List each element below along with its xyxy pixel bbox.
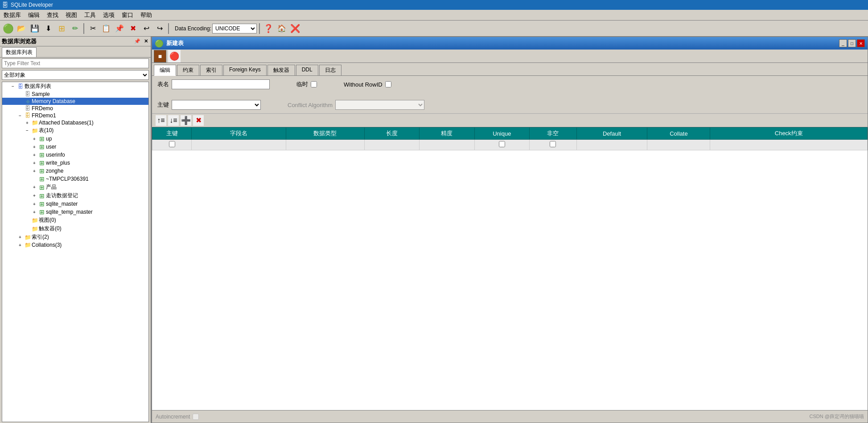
menu-options[interactable]: 选项 — [101, 11, 116, 20]
delete-row-button[interactable]: ✖ — [193, 115, 204, 126]
tree-item-tables[interactable]: − 📁 表(10) — [2, 126, 148, 135]
scope-select[interactable]: 全部对象 — [2, 70, 149, 80]
undo-button[interactable]: ↩ — [140, 22, 152, 35]
open-db-button[interactable]: 📂 — [15, 22, 28, 35]
cell-default[interactable] — [576, 140, 647, 150]
cell-check[interactable] — [710, 140, 868, 150]
menu-help[interactable]: 帮助 — [139, 11, 154, 20]
notnull-checkbox[interactable] — [550, 141, 556, 147]
pk-checkbox[interactable] — [169, 141, 175, 147]
menu-view[interactable]: 视图 — [64, 11, 79, 20]
table-name-input[interactable] — [172, 79, 270, 89]
menu-find[interactable]: 查找 — [45, 11, 60, 20]
tree-item-userinfo[interactable]: + ⊞ userinfo — [2, 151, 148, 159]
fieldname-input[interactable] — [193, 141, 284, 148]
tree-item-frdemo1[interactable]: − 🗄 FRDemo1 — [2, 112, 148, 119]
copy-doc-button[interactable]: 📋 — [100, 22, 112, 35]
unique-checkbox[interactable] — [499, 141, 505, 147]
tree-item-collations[interactable]: + 📁 Collations(3) — [2, 241, 148, 249]
expand-write-plus[interactable]: + — [31, 161, 38, 166]
maximize-button[interactable]: □ — [848, 39, 856, 47]
minimize-button[interactable]: _ — [839, 39, 847, 47]
sync-button[interactable]: ⬇ — [42, 22, 54, 35]
expand-visit[interactable]: + — [31, 193, 38, 198]
tab-triggers[interactable]: 触发器 — [267, 65, 295, 75]
pin-button[interactable]: 📌 — [133, 38, 141, 44]
paste-button[interactable]: 📌 — [113, 22, 126, 35]
tree-item-product[interactable]: + ⊞ 产品 — [2, 183, 148, 191]
delete-button[interactable]: ✖ — [127, 22, 139, 35]
home-button[interactable]: 🏠 — [276, 22, 288, 35]
expand-attached[interactable]: + — [24, 120, 31, 125]
cell-precision[interactable] — [420, 140, 474, 150]
panel-close-button[interactable]: ✕ — [143, 38, 149, 44]
sort-desc-button[interactable]: ↓≡ — [168, 115, 179, 126]
tab-indexes[interactable]: 索引 — [200, 65, 222, 75]
expand-sqlite-master[interactable]: + — [31, 202, 38, 207]
tree-item-sample[interactable]: 🗄 Sample — [2, 91, 148, 98]
table-row[interactable] — [152, 140, 868, 150]
cell-fieldname[interactable] — [192, 140, 286, 150]
expand-frdemo1[interactable]: − — [16, 113, 24, 118]
help-button[interactable]: ❓ — [262, 22, 275, 35]
stop-button[interactable]: 🔴 — [168, 50, 181, 62]
tree-item-views[interactable]: 📁 视图(0) — [2, 216, 148, 224]
menu-edit[interactable]: 编辑 — [26, 11, 41, 20]
close-window-button[interactable]: ✕ — [857, 39, 865, 47]
new-db-button[interactable]: 🟢 — [2, 22, 14, 35]
expand-userinfo[interactable]: + — [31, 153, 38, 158]
expand-db-list[interactable]: − — [9, 84, 16, 89]
conflict-algorithm-select[interactable] — [335, 100, 424, 110]
menu-window[interactable]: 窗口 — [120, 11, 135, 20]
expand-user[interactable]: + — [31, 145, 38, 149]
expand-sqlite-temp[interactable]: + — [31, 210, 38, 215]
tree-item-up[interactable]: + ⊞ up — [2, 135, 148, 143]
sort-asc-button[interactable]: ↑≡ — [156, 115, 166, 126]
cell-unique[interactable] — [474, 140, 529, 150]
menu-db[interactable]: 数据库 — [2, 11, 23, 20]
tree-item-memory-db[interactable]: ◆ Memory Database — [2, 98, 148, 105]
expand-indexes[interactable]: + — [16, 235, 24, 240]
cell-length[interactable] — [364, 140, 419, 150]
tree-item-indexes[interactable]: + 📁 索引(2) — [2, 233, 148, 241]
cell-notnull[interactable] — [530, 140, 577, 150]
grid-button[interactable]: ⊞ — [55, 22, 68, 35]
tree-item-sqlite-temp[interactable]: + ⊞ sqlite_temp_master — [2, 208, 148, 216]
expand-product[interactable]: + — [31, 185, 38, 190]
tree-item-user[interactable]: + ⊞ user — [2, 143, 148, 151]
expand-collations[interactable]: + — [16, 243, 24, 248]
encoding-select[interactable]: UNICODE UTF-8 ANSI — [212, 24, 257, 33]
tree-item-triggers[interactable]: 📁 触发器(0) — [2, 224, 148, 233]
redo-button[interactable]: ↪ — [153, 22, 166, 35]
menu-tools[interactable]: 工具 — [82, 11, 98, 20]
tab-foreign-keys[interactable]: Foreign Keys — [223, 65, 267, 75]
expand-zonghe[interactable]: + — [31, 169, 38, 174]
tree-item-attached-dbs[interactable]: + 📁 Attached Databases(1) — [2, 119, 148, 126]
cell-pk[interactable] — [152, 140, 192, 150]
tab-log[interactable]: 日志 — [319, 65, 341, 75]
edit-button[interactable]: ✏ — [69, 22, 81, 35]
save-table-button[interactable]: ■ — [154, 50, 166, 62]
autoincrement-checkbox[interactable] — [193, 414, 199, 420]
save-db-button[interactable]: 💾 — [29, 22, 41, 35]
tree-item-zonghe[interactable]: + ⊞ zonghe — [2, 167, 148, 175]
filter-input[interactable] — [2, 58, 149, 68]
cell-collate[interactable] — [647, 140, 710, 150]
tree-item-visit[interactable]: + ⊞ 走访数据登记 — [2, 191, 148, 200]
cut-button[interactable]: ✂ — [86, 22, 99, 35]
tab-edit[interactable]: 编辑 — [154, 65, 176, 76]
without-rowid-checkbox[interactable] — [385, 81, 391, 87]
tree-item-sqlite-master[interactable]: + ⊞ sqlite_master — [2, 200, 148, 208]
close-app-button[interactable]: ❌ — [289, 22, 301, 35]
tab-constraints[interactable]: 约束 — [177, 65, 199, 75]
primary-key-select[interactable] — [172, 100, 261, 110]
expand-tables[interactable]: − — [24, 128, 31, 133]
tab-ddl[interactable]: DDL — [296, 65, 318, 75]
tab-db-list[interactable]: 数据库列表 — [2, 47, 37, 57]
temp-checkbox[interactable] — [311, 81, 317, 87]
cell-datatype[interactable] — [286, 140, 364, 150]
tree-item-frdemo[interactable]: 🗄 FRDemo — [2, 105, 148, 112]
tree-item-write-plus[interactable]: + ⊞ write_plus — [2, 159, 148, 167]
tree-item-tmp[interactable]: ⊞ ~TMPCLP306391 — [2, 175, 148, 183]
tree-item-db-list[interactable]: − 🗄 数据库列表 — [2, 82, 148, 91]
